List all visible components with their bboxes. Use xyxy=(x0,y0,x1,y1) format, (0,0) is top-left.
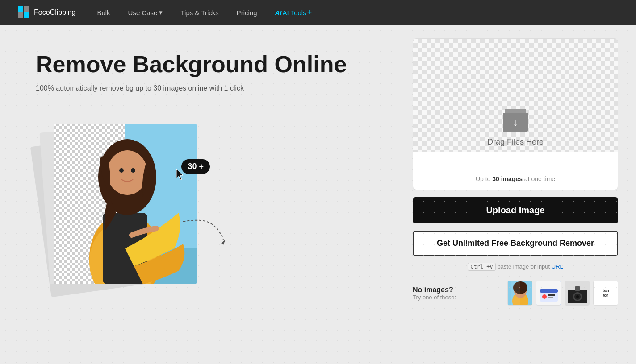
demo-main-image xyxy=(54,124,197,284)
batch-badge: 30 + xyxy=(181,159,210,174)
sample-images: bonton xyxy=(507,281,618,306)
svg-rect-24 xyxy=(540,289,558,293)
svg-rect-2 xyxy=(18,12,23,18)
svg-point-10 xyxy=(107,150,147,195)
svg-point-25 xyxy=(542,294,547,299)
sample-image-3[interactable] xyxy=(565,281,590,306)
chevron-down-icon: ▾ xyxy=(159,8,163,17)
nav-use-case[interactable]: Use Case ▾ xyxy=(128,8,163,17)
download-arrow-icon: ↓ xyxy=(513,118,518,128)
svg-rect-0 xyxy=(18,6,23,12)
logo-icon xyxy=(18,6,30,19)
plus-icon: + xyxy=(307,8,312,17)
sample-image-2[interactable] xyxy=(536,281,561,306)
nav-pricing[interactable]: Pricing xyxy=(237,9,257,17)
svg-rect-27 xyxy=(548,297,553,298)
demo-svg xyxy=(54,124,197,284)
no-images-text: No images? Try one of these: xyxy=(413,286,456,301)
svg-marker-13 xyxy=(176,169,183,180)
nav-bulk[interactable]: Bulk xyxy=(97,9,110,17)
drop-zone-limit: Up to 30 images at one time xyxy=(413,175,618,182)
svg-marker-14 xyxy=(221,240,226,245)
sample-image-4[interactable]: bonton xyxy=(593,281,618,306)
cursor-area xyxy=(175,168,185,182)
page-title: Remove Background Online xyxy=(36,52,386,77)
svg-rect-3 xyxy=(24,12,29,18)
drag-text: Drag Files Here xyxy=(487,137,544,147)
logo[interactable]: FocoClipping xyxy=(18,6,75,19)
dashed-arrow xyxy=(179,213,232,248)
svg-rect-21 xyxy=(511,281,520,306)
sample-image-1[interactable] xyxy=(507,281,532,306)
paste-hint: Ctrl +V paste image or input URL xyxy=(413,263,618,270)
no-images-section: No images? Try one of these: xyxy=(413,277,618,309)
upload-icon-box: ↓ xyxy=(503,109,528,132)
svg-point-12 xyxy=(131,168,135,173)
svg-point-20 xyxy=(522,289,524,291)
left-section: Remove Background Online 100% automatica… xyxy=(0,25,404,364)
nav-ai-tools[interactable]: AI AI Tools + xyxy=(275,8,312,17)
page-subtitle: 100% automatically remove bg up to 30 im… xyxy=(36,84,386,92)
ctrl-shortcut: Ctrl +V xyxy=(468,263,496,271)
nav-links: Bulk Use Case ▾ Tips & Tricks Pricing AI… xyxy=(97,8,618,17)
drop-zone[interactable]: ↓ Drag Files Here Up to 30 images at one… xyxy=(413,38,618,190)
right-section: ↓ Drag Files Here Up to 30 images at one… xyxy=(404,25,636,364)
svg-rect-33 xyxy=(575,286,580,291)
nav-tips-tricks[interactable]: Tips & Tricks xyxy=(180,9,218,17)
unlimited-button[interactable]: Get Unlimited Free Background Remover xyxy=(413,231,618,256)
drop-zone-content: ↓ Drag Files Here xyxy=(487,109,544,147)
main-content: Remove Background Online 100% automatica… xyxy=(0,25,636,364)
upload-button[interactable]: Upload Image xyxy=(413,197,618,223)
url-link[interactable]: URL xyxy=(552,263,563,270)
svg-point-32 xyxy=(576,295,579,298)
cursor-icon xyxy=(175,168,185,181)
svg-point-11 xyxy=(119,168,124,173)
svg-rect-1 xyxy=(24,6,29,12)
ai-icon: AI xyxy=(275,9,282,17)
logo-text: FocoClipping xyxy=(34,8,75,17)
svg-rect-26 xyxy=(548,294,555,296)
demo-container: 30 + xyxy=(36,110,250,306)
navbar: FocoClipping Bulk Use Case ▾ Tips & Tric… xyxy=(0,0,636,25)
